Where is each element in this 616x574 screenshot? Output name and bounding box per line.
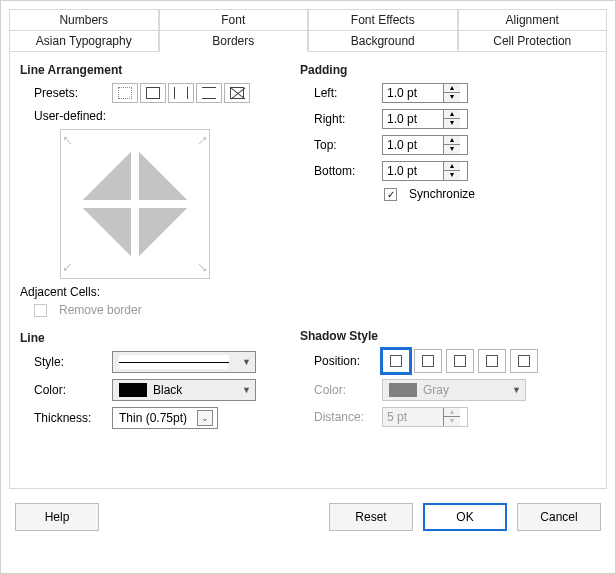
chevron-down-icon: ▼ [242, 385, 251, 395]
shadow-top-left[interactable] [510, 349, 538, 373]
shadow-distance-spin: ▲▼ [382, 407, 468, 427]
padding-bottom-spin[interactable]: ▲▼ [382, 161, 468, 181]
preset-vertical[interactable] [168, 83, 194, 103]
tab-cell-protection[interactable]: Cell Protection [458, 30, 608, 52]
line-thickness-value: Thin (0.75pt) [119, 411, 187, 425]
chevron-down-icon: ⌄ [197, 410, 213, 426]
preset-no-borders[interactable] [112, 83, 138, 103]
line-style-preview [119, 355, 229, 369]
tab-strip: Numbers Font Font Effects Alignment Asia… [9, 9, 607, 52]
shadow-position-group [382, 349, 538, 373]
shadow-color-name: Gray [423, 383, 449, 397]
tab-borders[interactable]: Borders [159, 30, 309, 52]
shadow-top-right[interactable] [446, 349, 474, 373]
user-defined-label: User-defined: [20, 109, 280, 123]
line-color-dropdown[interactable]: Black ▼ [112, 379, 256, 401]
synchronize-checkbox[interactable]: ✓ [384, 188, 397, 201]
line-style-dropdown[interactable]: ▼ [112, 351, 256, 373]
spin-up-icon[interactable]: ▲ [444, 84, 460, 93]
spin-up-icon[interactable]: ▲ [444, 162, 460, 171]
padding-top-spin[interactable]: ▲▼ [382, 135, 468, 155]
spin-up-icon[interactable]: ▲ [444, 136, 460, 145]
line-heading: Line [20, 331, 280, 345]
shadow-bottom-left[interactable] [478, 349, 506, 373]
chevron-down-icon: ▼ [512, 385, 521, 395]
handle-tr-icon: ↑ [195, 132, 212, 149]
ok-button[interactable]: OK [423, 503, 507, 531]
help-button[interactable]: Help [15, 503, 99, 531]
handle-br-icon: ↑ [195, 260, 212, 277]
padding-right-input[interactable] [383, 110, 443, 128]
padding-left-input[interactable] [383, 84, 443, 102]
shadow-distance-label: Distance: [314, 410, 374, 424]
padding-right-label: Right: [314, 112, 374, 126]
remove-border-label: Remove border [59, 303, 142, 317]
line-color-name: Black [153, 383, 182, 397]
synchronize-label: Synchronize [409, 187, 475, 201]
spin-down-icon[interactable]: ▼ [444, 145, 460, 154]
shadow-bottom-right[interactable] [414, 349, 442, 373]
line-arrangement-heading: Line Arrangement [20, 63, 280, 77]
padding-left-label: Left: [314, 86, 374, 100]
cancel-button[interactable]: Cancel [517, 503, 601, 531]
shadow-color-label: Color: [314, 383, 374, 397]
padding-left-spin[interactable]: ▲▼ [382, 83, 468, 103]
shadow-color-dropdown: Gray ▼ [382, 379, 526, 401]
presets-label: Presets: [34, 86, 104, 100]
line-thickness-label: Thickness: [34, 411, 104, 425]
padding-right-spin[interactable]: ▲▼ [382, 109, 468, 129]
line-thickness-dropdown[interactable]: Thin (0.75pt) ⌄ [112, 407, 218, 429]
remove-border-checkbox [34, 304, 47, 317]
tab-background[interactable]: Background [308, 30, 458, 52]
padding-bottom-label: Bottom: [314, 164, 374, 178]
handle-bl-icon: ↑ [59, 260, 76, 277]
padding-heading: Padding [300, 63, 596, 77]
shadow-position-label: Position: [314, 354, 374, 368]
spin-up-icon: ▲ [444, 408, 460, 417]
spin-up-icon[interactable]: ▲ [444, 110, 460, 119]
user-defined-border-editor[interactable]: ↑ ↑ ↑ ↑ [60, 129, 210, 279]
tab-alignment[interactable]: Alignment [458, 9, 608, 31]
chevron-down-icon: ▼ [242, 357, 251, 367]
spin-down-icon[interactable]: ▼ [444, 119, 460, 128]
shadow-distance-input [383, 408, 443, 426]
adjacent-cells-label: Adjacent Cells: [20, 285, 280, 299]
padding-top-label: Top: [314, 138, 374, 152]
shadow-color-swatch [389, 383, 417, 397]
padding-top-input[interactable] [383, 136, 443, 154]
presets-group [112, 83, 250, 103]
preset-horizontal[interactable] [196, 83, 222, 103]
reset-button[interactable]: Reset [329, 503, 413, 531]
dialog-button-bar: Help Reset OK Cancel [9, 503, 607, 531]
line-style-label: Style: [34, 355, 104, 369]
preset-box[interactable] [140, 83, 166, 103]
line-color-label: Color: [34, 383, 104, 397]
preset-diagonal[interactable] [224, 83, 250, 103]
spin-down-icon: ▼ [444, 417, 460, 426]
tab-font[interactable]: Font [159, 9, 309, 31]
spin-down-icon[interactable]: ▼ [444, 93, 460, 102]
shadow-style-heading: Shadow Style [300, 329, 596, 343]
cell-format-dialog: Numbers Font Font Effects Alignment Asia… [0, 0, 616, 574]
shadow-none[interactable] [382, 349, 410, 373]
spin-down-icon[interactable]: ▼ [444, 171, 460, 180]
line-color-swatch [119, 383, 147, 397]
padding-bottom-input[interactable] [383, 162, 443, 180]
tab-numbers[interactable]: Numbers [9, 9, 159, 31]
tab-asian-typography[interactable]: Asian Typography [9, 30, 159, 52]
tab-font-effects[interactable]: Font Effects [308, 9, 458, 31]
borders-panel: Line Arrangement Presets: User-defined: … [9, 51, 607, 489]
handle-tl-icon: ↑ [59, 132, 76, 149]
